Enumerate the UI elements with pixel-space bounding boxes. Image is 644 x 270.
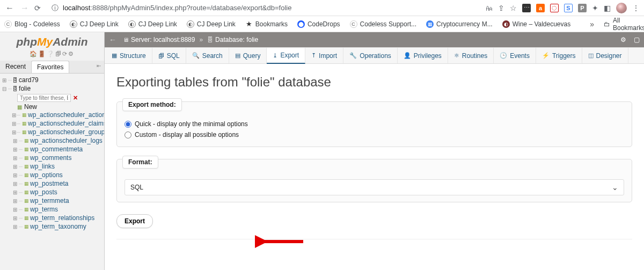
format-legend: Format: [122, 156, 158, 169]
db-node[interactable]: ⊟─🗄folie [1, 84, 104, 93]
tab-triggers[interactable]: ⚡Triggers [536, 48, 582, 63]
table-node[interactable]: ⊞─▦wp_terms [1, 205, 104, 214]
page-title: Exporting tables from "folie" database [116, 75, 632, 90]
settings-icon[interactable]: ⚙ [68, 50, 75, 57]
sql-icon[interactable]: 🗐 [55, 50, 62, 57]
nav-shortcuts: 🏠🚪❔🗐⟳⚙ [0, 49, 104, 61]
table-node[interactable]: ⊞─▦wp_postmeta [1, 179, 104, 188]
tab-query[interactable]: ▤Query [229, 48, 267, 63]
site-info-icon[interactable]: ⓘ [52, 3, 58, 13]
table-node[interactable]: ⊞─▦wp_commentmeta [1, 145, 104, 154]
table-node[interactable]: ⊞─▦wp_actionscheduler_logs [1, 136, 104, 145]
profile-avatar[interactable] [616, 3, 627, 13]
filter-clear-icon[interactable]: ✕ [73, 94, 78, 101]
menu-icon[interactable]: ⋮ [632, 4, 640, 12]
all-bookmarks-folder[interactable]: 🗀All Bookmarks [604, 17, 644, 32]
breadcrumb: ← 🖥Server: localhost:8889 » 🗄Database: f… [105, 32, 644, 47]
page-settings-icon[interactable]: ⚙ [620, 36, 626, 43]
bookmarks-overflow[interactable]: » [590, 20, 594, 28]
ext-icon-2[interactable]: a [536, 4, 545, 12]
tab-search[interactable]: 🔍Search [186, 48, 229, 63]
tab-import[interactable]: ⤒Import [305, 48, 343, 63]
translate-icon[interactable]: 🗛 [485, 4, 493, 12]
tab-events[interactable]: 🕒Events [494, 48, 536, 63]
share-icon[interactable]: ⇪ [498, 4, 504, 12]
table-node[interactable]: ⊞─▦wp_term_taxonomy [1, 222, 104, 231]
bookmark-item[interactable]: ▦Cryptocurrency M... [426, 20, 493, 28]
table-node[interactable]: ⊞─▦wp_term_relationships [1, 214, 104, 222]
export-page: Exporting tables from "folie" database E… [105, 64, 644, 250]
reload-button[interactable]: ⟳ [34, 4, 41, 12]
browser-toolbar: ← → ⟳ ⓘ localhost:8888/phpMyAdmin5/index… [0, 0, 644, 16]
bookmark-item[interactable]: CBlog - Codeless [4, 20, 60, 28]
sidepanel-icon[interactable]: ◧ [604, 4, 611, 12]
ext-icon-4[interactable]: S [564, 4, 573, 12]
navigation-panel: phpMyAdmin 🏠🚪❔🗐⟳⚙ Recent Favorites ⇤ ⊞─🗄… [0, 32, 105, 270]
nav-tabs: Recent Favorites ⇤ [0, 61, 104, 74]
top-menu: ▦Structure 🗐SQL 🔍Search ▤Query ⤓Export ⤒… [105, 47, 644, 64]
chevron-down-icon: ⌄ [612, 183, 618, 192]
filter-row: ✕ [1, 93, 104, 103]
db-node[interactable]: ⊞─🗄card79 [1, 76, 104, 84]
table-node[interactable]: ⊞─▦wp_posts [1, 188, 104, 196]
tab-favorites[interactable]: Favorites [31, 61, 69, 73]
tab-designer[interactable]: ◫Designer [582, 48, 628, 63]
table-node[interactable]: ⊞─▦wp_actionscheduler_claims [1, 119, 104, 128]
extensions-icon[interactable]: ✦ [592, 4, 598, 12]
tab-operations[interactable]: 🔧Operations [343, 48, 398, 63]
table-node[interactable]: ⊞─▦wp_options [1, 171, 104, 179]
page-toggle-icon[interactable]: ▢ [634, 36, 640, 43]
export-button[interactable]: Export [116, 214, 153, 228]
ext-icon-5[interactable]: P [578, 4, 587, 12]
breadcrumb-back-icon[interactable]: ← [109, 35, 116, 44]
home-icon[interactable]: 🏠 [30, 50, 38, 57]
bookmark-item[interactable]: ★Bookmarks [245, 20, 288, 28]
db-tree: ⊞─🗄card79 ⊟─🗄folie ✕ ▦New ⊞─▦wp_actionsc… [0, 74, 104, 231]
filter-input[interactable] [17, 94, 71, 102]
tab-export[interactable]: ⤓Export [267, 48, 305, 64]
address-bar[interactable]: ⓘ localhost:8888/phpMyAdmin5/index.php?r… [45, 2, 481, 14]
tab-routines[interactable]: ⚛Routines [448, 48, 494, 63]
collapse-icon[interactable]: ⇤ [93, 61, 104, 73]
tab-sql[interactable]: 🗐SQL [152, 48, 186, 63]
breadcrumb-database[interactable]: 🗄Database: folie [207, 36, 258, 43]
url-text: localhost:8888/phpMyAdmin5/index.php?rou… [63, 4, 291, 12]
arrow-annotation [255, 233, 309, 250]
radio-custom[interactable]: Custom - display all possible options [125, 129, 624, 140]
table-node[interactable]: ⊞─▦wp_actionscheduler_actions [1, 111, 104, 119]
table-node[interactable]: ⊞─▦wp_termmeta [1, 196, 104, 205]
bookmarks-bar: CBlog - Codeless ◐CJ Deep Link ◐CJ Deep … [0, 16, 644, 32]
new-table[interactable]: ▦New [1, 103, 104, 111]
radio-quick[interactable]: Quick - display only the minimal options [125, 119, 624, 129]
ext-icon-1[interactable]: ⋯ [522, 4, 531, 12]
bookmark-item[interactable]: CCodeless Support... [350, 20, 416, 28]
bookmark-item[interactable]: ◐CJ Deep Link [128, 20, 177, 28]
breadcrumb-server[interactable]: 🖥Server: localhost:8889 [123, 36, 195, 43]
export-method-group: Export method: Quick - display only the … [116, 101, 632, 147]
export-method-legend: Export method: [122, 98, 182, 111]
bookmark-item[interactable]: ◐Wine – Valdecuevas [502, 20, 571, 28]
table-node[interactable]: ⊞─▦wp_links [1, 162, 104, 171]
reload-nav-icon[interactable]: ⟳ [62, 50, 68, 57]
ext-icon-3[interactable]: ◌ [550, 4, 559, 12]
docs-icon[interactable]: ❔ [47, 50, 55, 57]
tab-recent[interactable]: Recent [0, 61, 31, 73]
back-button[interactable]: ← [4, 3, 15, 13]
tab-structure[interactable]: ▦Structure [106, 48, 152, 63]
format-group: Format: SQL ⌄ [116, 159, 632, 202]
main-content: ← 🖥Server: localhost:8889 » 🗄Database: f… [105, 32, 644, 270]
table-node[interactable]: ⊞─▦wp_actionscheduler_groups [1, 128, 104, 136]
pma-logo[interactable]: phpMyAdmin [0, 32, 104, 49]
bookmark-item[interactable]: ◐CJ Deep Link [187, 20, 236, 28]
bookmark-item[interactable]: ⬤CodeDrops [297, 20, 340, 28]
format-select[interactable]: SQL ⌄ [125, 179, 624, 195]
bookmark-item[interactable]: ◐CJ Deep Link [70, 20, 119, 28]
logout-icon[interactable]: 🚪 [38, 50, 47, 57]
table-node[interactable]: ⊞─▦wp_comments [1, 154, 104, 162]
tab-privileges[interactable]: 👤Privileges [398, 48, 448, 63]
star-icon[interactable]: ☆ [510, 4, 517, 12]
forward-button[interactable]: → [19, 3, 30, 13]
toolbar-icons: 🗛 ⇪ ☆ ⋯ a ◌ S P ✦ ◧ ⋮ [485, 3, 640, 13]
